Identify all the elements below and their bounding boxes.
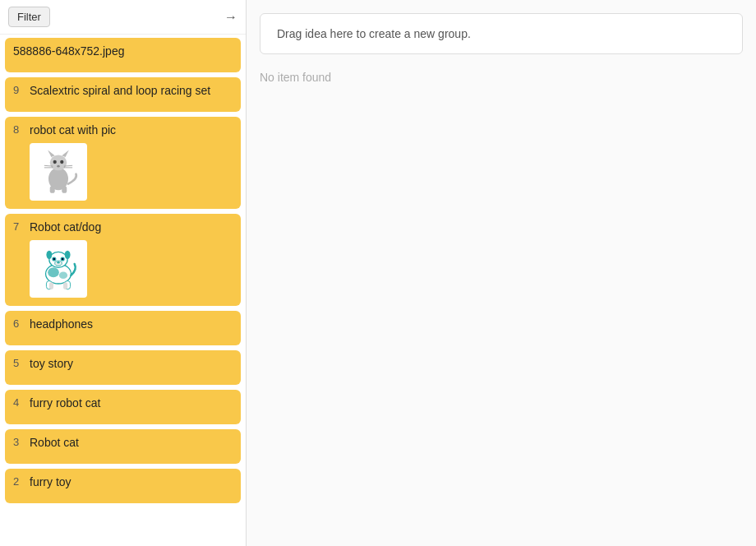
left-panel: Filter → 588886-648x752.jpeg9Scalextric … <box>0 0 247 546</box>
svg-point-6 <box>57 165 59 168</box>
list-item[interactable]: 2furry toy <box>5 469 241 503</box>
svg-point-4 <box>53 160 57 164</box>
item-number: 2 <box>13 475 25 488</box>
item-number: 3 <box>13 436 25 448</box>
filter-label[interactable]: Filter <box>8 7 50 27</box>
no-item-text: No item found <box>260 67 743 87</box>
item-title: toy story <box>30 357 73 370</box>
list-item[interactable]: 7Robot cat/dog <box>5 214 241 306</box>
drop-zone-text: Drag idea here to create a new group. <box>277 27 471 40</box>
item-number: 7 <box>13 220 25 233</box>
svg-point-14 <box>48 267 59 277</box>
item-title: headphones <box>30 317 93 331</box>
item-title: furry toy <box>30 475 71 488</box>
item-number: 9 <box>13 84 25 96</box>
item-title: Robot cat <box>30 436 79 449</box>
item-title: robot cat with pic <box>30 123 116 136</box>
arrow-icon[interactable]: → <box>224 10 237 25</box>
item-title: 588886-648x752.jpeg <box>13 44 124 58</box>
item-image <box>30 143 87 201</box>
list-item[interactable]: 8robot cat with pic <box>5 117 241 209</box>
svg-marker-2 <box>48 150 55 157</box>
svg-point-17 <box>46 251 52 259</box>
svg-rect-28 <box>63 282 67 289</box>
list-item[interactable]: 9Scalextric spiral and loop racing set <box>5 77 241 112</box>
filter-header: Filter → <box>0 0 246 35</box>
list-item[interactable]: 5toy story <box>5 350 241 385</box>
item-number: 4 <box>13 396 25 409</box>
list-item[interactable]: 4furry robot cat <box>5 390 241 424</box>
drop-zone[interactable]: Drag idea here to create a new group. <box>260 13 743 54</box>
item-title: Scalextric spiral and loop racing set <box>30 84 210 97</box>
items-list[interactable]: 588886-648x752.jpeg9Scalextric spiral an… <box>0 35 246 546</box>
list-item[interactable]: 588886-648x752.jpeg <box>5 38 241 72</box>
list-item[interactable]: 3Robot cat <box>5 429 241 464</box>
svg-marker-3 <box>62 150 69 157</box>
item-number: 5 <box>13 357 25 369</box>
item-image <box>30 240 87 298</box>
svg-point-1 <box>50 155 67 170</box>
svg-rect-27 <box>49 282 53 289</box>
svg-point-5 <box>60 160 63 164</box>
item-number: 8 <box>13 123 25 136</box>
svg-point-22 <box>62 258 64 261</box>
svg-rect-11 <box>50 186 55 193</box>
right-panel: Drag idea here to create a new group. No… <box>247 0 756 546</box>
svg-point-24 <box>57 261 59 264</box>
svg-point-18 <box>65 251 71 259</box>
item-title: furry robot cat <box>30 396 100 410</box>
list-item[interactable]: 6headphones <box>5 311 241 345</box>
svg-rect-12 <box>62 186 67 193</box>
svg-point-15 <box>59 271 67 279</box>
svg-point-21 <box>53 258 56 261</box>
item-number: 6 <box>13 317 25 330</box>
item-title: Robot cat/dog <box>30 220 101 234</box>
